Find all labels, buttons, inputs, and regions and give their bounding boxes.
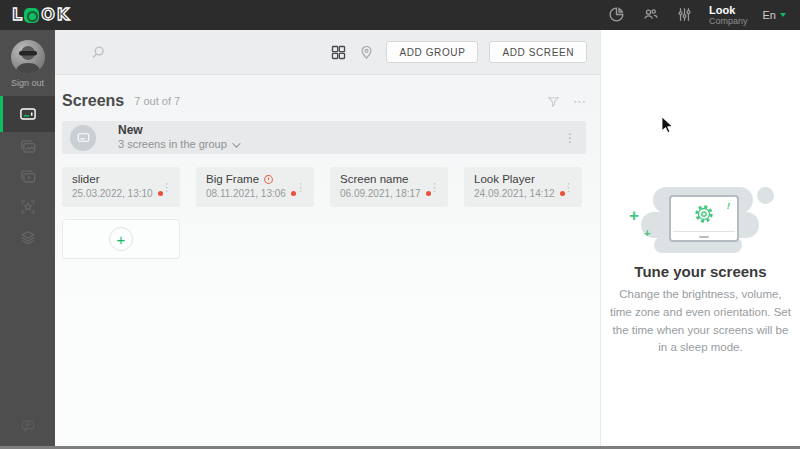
sidebar-item-playlists[interactable]	[0, 222, 55, 252]
screen-name: slider	[72, 173, 170, 185]
sidebar-item-widgets[interactable]	[0, 192, 55, 222]
add-screen-card[interactable]: +	[62, 219, 180, 259]
card-menu-icon[interactable]: ⋮	[429, 181, 440, 194]
logo-eye-icon	[24, 8, 39, 23]
map-pin-icon[interactable]	[358, 44, 375, 61]
card-menu-icon[interactable]: ⋮	[295, 181, 306, 194]
star-widgets-icon	[18, 197, 38, 217]
group-menu-icon[interactable]: ⋮	[564, 131, 576, 145]
main-panel: ADD GROUP ADD SCREEN Screens 7 out of 7 …	[55, 30, 600, 446]
language-selector[interactable]: En	[763, 9, 786, 21]
screen-card[interactable]: slider 25.03.2022, 13:10 ⋮	[62, 167, 180, 207]
panel-title: Tune your screens	[601, 263, 800, 280]
avatar[interactable]	[11, 40, 45, 74]
company-switcher[interactable]: Look Company	[709, 4, 748, 27]
illustration-blob	[757, 187, 774, 204]
language-label: En	[763, 9, 776, 21]
search-icon[interactable]	[90, 44, 107, 61]
main-toolbar: ADD GROUP ADD SCREEN	[55, 30, 600, 75]
gear-icon	[693, 203, 715, 225]
sidebar-item-screens[interactable]	[0, 96, 55, 132]
app-topbar: L O K Look Company En	[0, 0, 800, 30]
filter-icon[interactable]	[546, 94, 561, 109]
layers-icon	[18, 227, 38, 247]
monitor-dash	[699, 236, 709, 238]
more-options-icon[interactable]: ⋯	[573, 95, 586, 108]
sidebar: Sign out	[0, 30, 55, 449]
screen-card[interactable]: Big Frame 08.11.2021, 13:06 ⋮	[196, 167, 314, 207]
screen-date: 08.11.2021, 13:06	[206, 188, 304, 199]
company-subtitle: Company	[709, 16, 748, 26]
card-menu-icon[interactable]: ⋮	[161, 181, 172, 194]
add-group-button[interactable]: ADD GROUP	[386, 41, 478, 63]
card-menu-icon[interactable]: ⋮	[563, 181, 574, 194]
screen-name: Screen name	[340, 173, 438, 185]
statistics-pie-icon[interactable]	[607, 5, 626, 24]
screens-count: 7 out of 7	[134, 95, 180, 107]
monitor-illustration: !	[669, 195, 739, 242]
page-title: Screens	[62, 92, 124, 110]
screen-name: Look Player	[474, 173, 572, 185]
group-name: New	[118, 123, 238, 138]
screen-date: 06.09.2021, 18:17	[340, 188, 438, 199]
logo-letter: L	[12, 7, 22, 23]
look-logo[interactable]: L O K	[12, 7, 69, 23]
group-badge-icon	[70, 125, 96, 151]
screen-date: 24.09.2021, 14:12	[474, 188, 572, 199]
screens-content: Screens 7 out of 7 ⋯ New 3 screens in th…	[55, 89, 600, 259]
chevron-down-icon[interactable]	[232, 139, 240, 147]
images-icon	[18, 137, 38, 157]
plus-sparkle-icon: +	[644, 227, 650, 239]
screen-name: Big Frame	[206, 173, 304, 185]
company-name: Look	[709, 4, 748, 17]
grid-view-icon[interactable]	[330, 44, 347, 61]
group-subtitle: 3 screens in the group	[118, 138, 227, 152]
screen-card[interactable]: Screen name 06.09.2021, 18:17 ⋮	[330, 167, 448, 207]
plus-sparkle-icon: +	[629, 206, 639, 226]
settings-sliders-icon[interactable]	[675, 5, 694, 24]
screen-date: 25.03.2022, 13:10	[72, 188, 170, 199]
logo-letter: O	[41, 7, 55, 23]
plus-icon: +	[109, 227, 133, 251]
chat-icon	[19, 417, 37, 435]
video-icon	[18, 167, 38, 187]
group-row[interactable]: New 3 screens in the group ⋮	[62, 121, 586, 154]
info-panel: ! + + Tune your screens Change the brigh…	[600, 30, 800, 446]
logo-letter: K	[57, 7, 69, 23]
mouse-cursor	[661, 116, 674, 135]
monitor-screen: !	[673, 199, 735, 232]
add-screen-button[interactable]: ADD SCREEN	[489, 41, 587, 63]
screens-icon	[18, 104, 38, 124]
sign-out-button[interactable]: Sign out	[0, 78, 55, 88]
warning-icon	[263, 174, 274, 185]
sidebar-item-support[interactable]	[0, 417, 55, 435]
screen-notification-mark: !	[726, 201, 731, 211]
panel-description: Change the brightness, volume, time zone…	[609, 286, 792, 357]
chevron-down-icon	[780, 13, 786, 17]
sidebar-item-videos[interactable]	[0, 162, 55, 192]
sidebar-item-media[interactable]	[0, 132, 55, 162]
screen-card[interactable]: Look Player 24.09.2021, 14:12 ⋮	[464, 167, 582, 207]
users-icon[interactable]	[641, 5, 660, 24]
